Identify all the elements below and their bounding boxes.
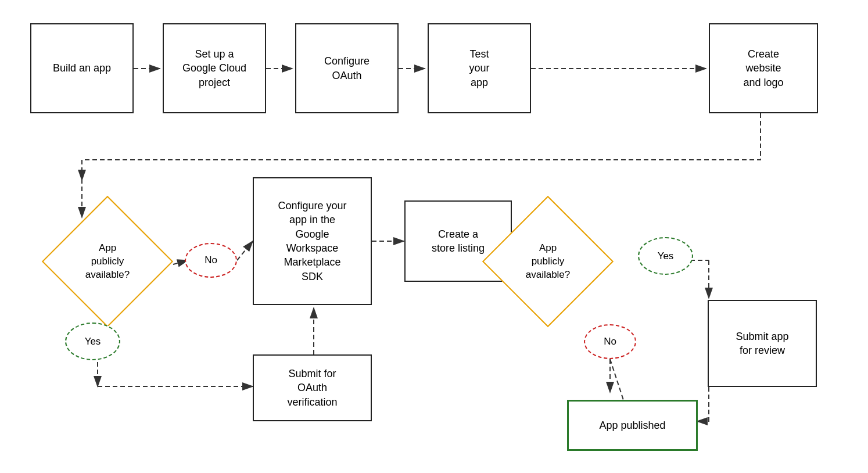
- website-logo-box: Createwebsiteand logo: [709, 23, 818, 113]
- yes-right-label: Yes: [658, 250, 674, 262]
- configure-oauth-box: ConfigureOAuth: [295, 23, 399, 113]
- no-left-label: No: [205, 255, 217, 266]
- yes-oval-left: Yes: [65, 322, 120, 360]
- left-diamond: [42, 196, 173, 327]
- build-app-label: Build an app: [53, 61, 111, 75]
- no-right-label: No: [604, 336, 616, 347]
- website-logo-label: Createwebsiteand logo: [743, 47, 783, 89]
- yes-oval-right: Yes: [638, 237, 693, 275]
- right-diamond: [482, 196, 614, 327]
- left-diamond-container: Apppubliclyavailable?: [58, 212, 157, 311]
- build-app-box: Build an app: [30, 23, 134, 113]
- flowchart-diagram: Build an app Set up aGoogle Cloudproject…: [0, 0, 868, 473]
- svg-line-7: [237, 241, 253, 260]
- submit-oauth-label: Submit forOAuthverification: [287, 367, 337, 409]
- yes-left-label: Yes: [85, 336, 101, 347]
- test-app-label: Testyourapp: [469, 47, 489, 89]
- no-oval-right: No: [584, 324, 636, 359]
- configure-workspace-label: Configure yourapp in theGoogleWorkspaceM…: [278, 199, 346, 284]
- submit-review-label: Submit appfor review: [736, 329, 788, 358]
- no-oval-left: No: [185, 243, 237, 278]
- configure-oauth-label: ConfigureOAuth: [324, 54, 370, 83]
- google-cloud-label: Set up aGoogle Cloudproject: [182, 47, 246, 89]
- right-diamond-container: Apppubliclyavailable?: [498, 212, 597, 311]
- app-published-box: App published: [567, 400, 698, 451]
- submit-oauth-box: Submit forOAuthverification: [253, 354, 372, 421]
- submit-review-box: Submit appfor review: [708, 300, 817, 387]
- test-app-box: Testyourapp: [428, 23, 531, 113]
- create-store-label: Create astore listing: [432, 227, 485, 256]
- configure-workspace-box: Configure yourapp in theGoogleWorkspaceM…: [253, 177, 372, 305]
- app-published-label: App published: [599, 418, 665, 432]
- google-cloud-box: Set up aGoogle Cloudproject: [163, 23, 266, 113]
